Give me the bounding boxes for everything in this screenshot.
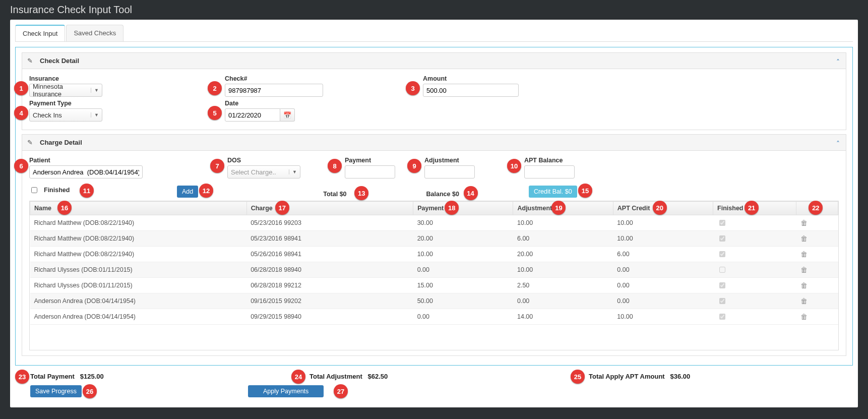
- add-button[interactable]: Add: [177, 186, 198, 198]
- payment-label: Payment: [345, 157, 395, 164]
- patient-input[interactable]: [29, 165, 143, 178]
- cell-payment: 0.00: [413, 309, 513, 325]
- trash-icon[interactable]: 🗑: [800, 234, 808, 243]
- trash-icon[interactable]: 🗑: [800, 313, 808, 321]
- cell-adjustment: 6.00: [513, 231, 613, 247]
- calendar-icon[interactable]: 📅: [280, 108, 295, 122]
- cell-adjustment: 20.00: [513, 247, 613, 262]
- date-input[interactable]: [225, 108, 280, 122]
- aptbalance-label: APT Balance: [524, 157, 575, 164]
- table-row[interactable]: Anderson Andrea (DOB:04/14/1954)09/16/20…: [30, 293, 838, 309]
- cell-payment: 15.00: [413, 278, 513, 293]
- cell-delete: 🗑: [796, 247, 838, 262]
- window-title: Insurance Check Input Tool: [0, 0, 868, 20]
- marker-4: 4: [14, 106, 28, 120]
- marker-20: 20: [653, 201, 667, 215]
- edit-icon[interactable]: ✎: [27, 139, 33, 146]
- col-payment[interactable]: Payment 18: [413, 202, 513, 215]
- trash-icon[interactable]: 🗑: [800, 281, 808, 289]
- total-adjustment: 24 Total Adjustment $62.50: [309, 373, 564, 380]
- adjustment-input[interactable]: [424, 165, 475, 178]
- caret-down-icon: ▼: [289, 169, 297, 174]
- apply-payments-button[interactable]: Apply Payments: [248, 385, 324, 397]
- paymenttype-select[interactable]: Check Ins ▼: [29, 108, 102, 122]
- aptbalance-input[interactable]: [524, 165, 575, 178]
- col-actions: 22: [796, 202, 838, 215]
- cell-charge: 05/23/2016 99203: [246, 215, 413, 231]
- cell-payment: 0.00: [413, 262, 513, 278]
- cell-apt: 10.00: [613, 215, 713, 231]
- table-row[interactable]: Richard Matthew (DOB:08/22/1940)05/23/20…: [30, 231, 838, 247]
- row-finished-checkbox[interactable]: [719, 298, 725, 304]
- edit-icon[interactable]: ✎: [27, 57, 33, 65]
- col-adjustment[interactable]: Adjustment 19: [513, 202, 613, 215]
- trash-icon[interactable]: 🗑: [800, 250, 808, 258]
- marker-10: 10: [507, 159, 521, 173]
- save-progress-button[interactable]: Save Progress: [30, 385, 82, 397]
- row-finished-checkbox[interactable]: [719, 251, 725, 257]
- cell-adjustment: 2.50: [513, 278, 613, 293]
- table-row[interactable]: Richard Matthew (DOB:08/22/1940)05/26/20…: [30, 247, 838, 262]
- col-aptcredit[interactable]: APT Credit 20: [613, 202, 713, 215]
- finished-checkbox[interactable]: [31, 187, 37, 193]
- col-name[interactable]: Name 16: [30, 202, 247, 215]
- panel-body-check-detail: 1 Insurance Minnesota Insurance ▼ 2 Chec…: [22, 69, 846, 130]
- col-charge[interactable]: Charge 17: [246, 202, 413, 215]
- col-finished[interactable]: Finished 21: [713, 202, 796, 215]
- marker-7: 7: [210, 159, 224, 173]
- chevron-up-icon[interactable]: ˄: [836, 140, 840, 148]
- payment-input[interactable]: [345, 165, 395, 178]
- row-finished-checkbox[interactable]: [719, 220, 725, 226]
- trash-icon[interactable]: 🗑: [800, 297, 808, 305]
- cell-charge: 05/26/2016 98941: [246, 247, 413, 262]
- marker-11: 11: [80, 184, 94, 198]
- row-finished-checkbox[interactable]: [719, 282, 725, 288]
- table-row[interactable]: Richard Ulysses (DOB:01/11/2015)06/28/20…: [30, 278, 838, 293]
- cell-adjustment: 0.00: [513, 293, 613, 309]
- caret-down-icon: ▼: [91, 88, 99, 93]
- chevron-up-icon[interactable]: ˄: [836, 58, 840, 66]
- tab-check-input[interactable]: Check Input: [15, 25, 65, 41]
- cell-apt: 10.00: [613, 231, 713, 247]
- creditbal-button[interactable]: Credit Bal. $0: [529, 186, 577, 198]
- trash-icon[interactable]: 🗑: [800, 219, 808, 227]
- cell-delete: 🗑: [796, 215, 838, 231]
- cell-apt: 0.00: [613, 293, 713, 309]
- insurance-label: Insurance: [29, 75, 110, 82]
- checknum-input[interactable]: [225, 84, 323, 97]
- table-row[interactable]: Richard Matthew (DOB:08/22/1940)05/23/20…: [30, 215, 838, 231]
- panel-heading-check-detail[interactable]: ✎ Check Detail ˄: [22, 52, 846, 69]
- cell-apt: 6.00: [613, 247, 713, 262]
- marker-26: 26: [83, 384, 97, 398]
- cell-delete: 🗑: [796, 309, 838, 325]
- insurance-select[interactable]: Minnesota Insurance ▼: [29, 84, 102, 97]
- marker-19: 19: [551, 201, 566, 215]
- cell-delete: 🗑: [796, 262, 838, 278]
- cell-name: Richard Ulysses (DOB:01/11/2015): [30, 278, 247, 293]
- cell-delete: 🗑: [796, 278, 838, 293]
- panel-heading-charge-detail[interactable]: ✎ Charge Detail ˄: [22, 134, 846, 150]
- caret-down-icon: ▼: [91, 112, 99, 117]
- total-text: Total $0: [323, 191, 346, 198]
- cell-finished: [713, 278, 796, 293]
- row-finished-checkbox[interactable]: [719, 235, 725, 242]
- row-finished-checkbox[interactable]: [719, 267, 725, 273]
- cell-adjustment: 14.00: [513, 309, 613, 325]
- dos-select[interactable]: Select Charge.. ▼: [227, 165, 300, 178]
- table-row[interactable]: Anderson Andrea (DOB:04/14/1954)09/29/20…: [30, 309, 838, 325]
- cell-apt: 0.00: [613, 262, 713, 278]
- marker-18: 18: [445, 201, 459, 215]
- table-row[interactable]: Richard Ulysses (DOB:01/11/2015)06/28/20…: [30, 262, 838, 278]
- paymenttype-label: Payment Type: [29, 100, 110, 107]
- cell-finished: [713, 309, 796, 325]
- trash-icon[interactable]: 🗑: [800, 266, 808, 274]
- total-adjustment-value: $62.50: [368, 373, 388, 380]
- amount-input[interactable]: [423, 84, 519, 97]
- marker-13: 13: [354, 186, 368, 200]
- content: ✎ Check Detail ˄ 1 Insurance Minnesota I…: [15, 47, 853, 366]
- dos-placeholder: Select Charge..: [231, 168, 276, 176]
- cell-name: Anderson Andrea (DOB:04/14/1954): [30, 309, 247, 325]
- row-finished-checkbox[interactable]: [719, 314, 725, 320]
- marker-25: 25: [571, 370, 585, 384]
- tab-saved-checks[interactable]: Saved Checks: [66, 25, 123, 41]
